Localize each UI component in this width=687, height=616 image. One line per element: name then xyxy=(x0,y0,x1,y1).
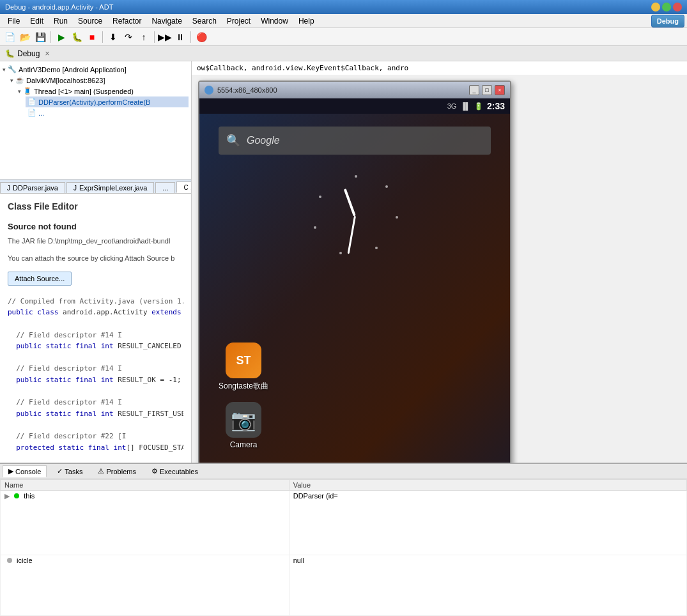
menu-help[interactable]: Help xyxy=(293,15,320,27)
tree-icon-0: 🔧 xyxy=(8,65,17,73)
menu-window[interactable]: Window xyxy=(256,15,293,27)
code-line-7: public static final int RESULT_FIRST_USE… xyxy=(8,408,183,420)
menu-source[interactable]: Source xyxy=(73,15,107,27)
menu-edit[interactable]: Edit xyxy=(25,15,49,27)
save-icon[interactable]: 💾 xyxy=(33,30,47,44)
bottom-area: ▶ Console ✓ Tasks ⚠ Problems ⚙ Executabl… xyxy=(0,463,687,616)
bottom-tab-problems[interactable]: ⚠ Problems xyxy=(93,466,141,477)
tree-item-4[interactable]: 📄 ... xyxy=(26,107,189,118)
close-button[interactable] xyxy=(673,3,682,12)
menu-project[interactable]: Project xyxy=(222,15,256,27)
variables-panel: Name Value ▶ this DDParser (id= xyxy=(0,479,687,616)
bottom-tab-console[interactable]: ▶ Console xyxy=(3,465,47,477)
debug-run-icon[interactable]: 🐛 xyxy=(70,30,84,44)
emulator-minimize-btn[interactable]: _ xyxy=(469,85,479,95)
source-desc-1: The JAR file D:\tmp\tmp_dev_root\android… xyxy=(8,236,183,246)
debug-tree: ▾ 🔧 AntlrV3Demo [Android Application] ▾ … xyxy=(0,61,191,180)
tab-ddparser[interactable]: J DDParser.java xyxy=(0,182,65,193)
bottom-tab-executables[interactable]: ⚙ Executables xyxy=(146,466,203,477)
code-line-blank-1 xyxy=(8,318,183,330)
code-line-2: // Field descriptor #14 I xyxy=(8,330,183,341)
console-icon: ▶ xyxy=(8,467,13,475)
code-line-4: // Field descriptor #14 I xyxy=(8,363,183,374)
status-time: 2:33 xyxy=(487,101,505,111)
emulator-title-text: 5554:x86_480x800 xyxy=(217,86,469,94)
resume-icon[interactable]: ▶▶ xyxy=(158,30,172,44)
tree-icon-4: 📄 xyxy=(27,109,36,117)
var-name-icicle: icicle xyxy=(1,555,289,615)
emulator-close-btn[interactable]: × xyxy=(495,85,505,95)
tab-more[interactable]: ... xyxy=(155,182,175,193)
run-icon[interactable]: ▶ xyxy=(54,30,68,44)
executables-icon: ⚙ xyxy=(151,467,158,475)
google-search-icon: 🔍 xyxy=(226,134,240,148)
emulator-title-bar: 5554:x86_480x800 _ □ × xyxy=(199,82,510,98)
var-row-icicle[interactable]: icicle null xyxy=(1,555,687,615)
code-line-blank-4 xyxy=(8,419,183,431)
console-label: Console xyxy=(15,468,41,475)
breakpoints-icon[interactable]: 🔴 xyxy=(194,30,208,44)
tab-label-exprsimplelexer: ExprSimpleLexer.java xyxy=(79,184,147,192)
debug-tab: 🐛 Debug × xyxy=(5,49,49,58)
maximize-button[interactable] xyxy=(662,3,671,12)
code-line-1: public class android.app.Activity extend… xyxy=(8,307,183,318)
debug-label: Debug xyxy=(17,49,40,58)
tree-item-1[interactable]: ▾ ☕ DalvikVM[localhost:8623] xyxy=(10,75,189,86)
app-icon-songtaste[interactable]: ST Songtaste歌曲 xyxy=(219,343,268,392)
tree-item-0[interactable]: ▾ 🔧 AntlrV3Demo [Android Application] xyxy=(3,64,189,75)
variables-table: Name Value ▶ this DDParser (id= xyxy=(0,479,687,616)
expand-this[interactable]: ▶ xyxy=(4,492,10,500)
hour-hand xyxy=(344,189,356,217)
suspend-icon[interactable]: ⏸ xyxy=(173,30,187,44)
menu-file[interactable]: File xyxy=(3,15,25,27)
camera-icon-img: 📷 xyxy=(226,402,261,438)
tree-label-2: Thread [<1> main] (Suspended) xyxy=(34,88,134,95)
minimize-button[interactable] xyxy=(651,3,660,12)
menu-refactor[interactable]: Refactor xyxy=(107,15,146,27)
bottom-tab-tasks[interactable]: ✓ Tasks xyxy=(52,466,88,477)
code-line-blank-2 xyxy=(8,352,183,364)
menu-navigate[interactable]: Navigate xyxy=(146,15,187,27)
emulator-buttons: _ □ × xyxy=(469,85,505,95)
signal-bars-icon: ▐▌ xyxy=(460,102,470,110)
code-line-0: // Compiled from Activity.java (version … xyxy=(8,296,183,307)
tab-icon-activity: C xyxy=(183,184,188,191)
step-return-icon[interactable]: ↑ xyxy=(137,30,151,44)
title-bar-text: Debug - android.app.Activity - ADT xyxy=(5,3,113,11)
debug-close[interactable]: × xyxy=(45,49,49,58)
var-row-this[interactable]: ▶ this DDParser (id= xyxy=(1,491,687,555)
code-line-blank-3 xyxy=(8,386,183,397)
class-editor: Class File Editor Source not found The J… xyxy=(0,194,191,463)
var-value-icicle: null xyxy=(289,555,686,615)
menu-bar: File Edit Run Source Refactor Navigate S… xyxy=(0,14,687,28)
var-label-icicle: icicle xyxy=(17,557,32,564)
step-into-icon[interactable]: ⬇ xyxy=(106,30,120,44)
toolbar-sep-3 xyxy=(154,31,155,43)
tree-item-3[interactable]: 📄 DDParser(Activity).performCreate(B xyxy=(26,96,189,107)
emulator-maximize-btn[interactable]: □ xyxy=(482,85,492,95)
battery-icon: 🔋 xyxy=(474,102,483,111)
app-icon-camera[interactable]: 📷 Camera xyxy=(219,402,268,449)
right-panel: ow$Callback, android.view.KeyEvent$Callb… xyxy=(192,61,687,463)
menu-search[interactable]: Search xyxy=(187,15,222,27)
new-icon[interactable]: 📄 xyxy=(3,30,17,44)
attach-source-button[interactable]: Attach Source... xyxy=(8,272,72,286)
tab-activity-class[interactable]: C Activity.class × xyxy=(176,181,191,193)
toolbar-sep-2 xyxy=(102,31,103,43)
tab-icon-ddparser: J xyxy=(7,185,10,192)
screen-content: 🔍 Google xyxy=(199,114,510,463)
source-desc-2: You can attach the source by clicking At… xyxy=(8,254,183,263)
tree-item-2[interactable]: ▾ 🧵 Thread [<1> main] (Suspended) xyxy=(18,86,189,96)
google-search-bar[interactable]: 🔍 Google xyxy=(219,127,491,155)
emulator-window: 5554:x86_480x800 _ □ × 3G ▐▌ 🔋 2:33 xyxy=(198,81,511,463)
menu-run[interactable]: Run xyxy=(49,15,73,27)
step-over-icon[interactable]: ↷ xyxy=(121,30,135,44)
problems-label: Problems xyxy=(106,468,135,475)
stop-icon[interactable]: ■ xyxy=(85,30,99,44)
open-icon[interactable]: 📂 xyxy=(18,30,32,44)
code-line-5: public static final int RESULT_OK = -1; xyxy=(8,374,183,386)
phone-screen: 3G ▐▌ 🔋 2:33 🔍 Google xyxy=(199,98,510,463)
tab-exprsimplelexer[interactable]: J ExprSimpleLexer.java xyxy=(66,182,154,193)
tree-label-4: ... xyxy=(38,109,44,117)
debug-button[interactable]: Debug xyxy=(651,15,684,27)
